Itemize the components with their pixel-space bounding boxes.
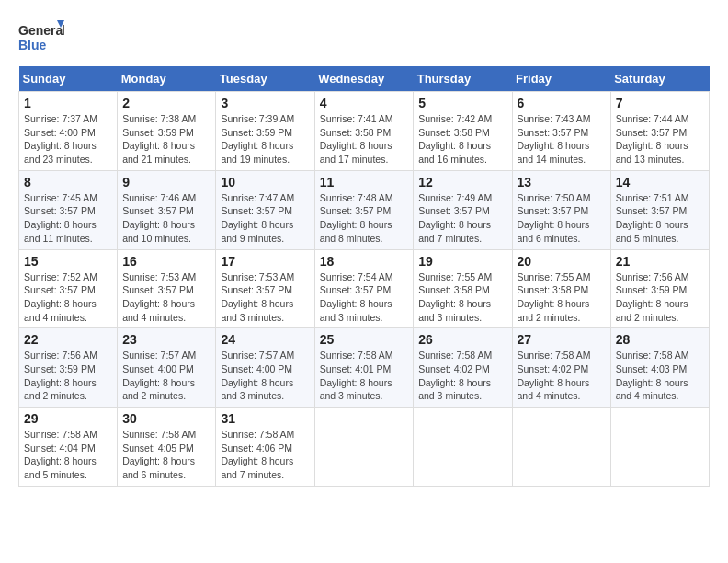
calendar-cell: 24Sunrise: 7:57 AMSunset: 4:00 PMDayligh… [216, 328, 314, 408]
day-info: Sunrise: 7:44 AMSunset: 3:57 PMDaylight:… [616, 112, 704, 167]
day-info: Sunrise: 7:47 AMSunset: 3:57 PMDaylight:… [221, 191, 309, 246]
day-info: Sunrise: 7:50 AMSunset: 3:57 PMDaylight:… [518, 191, 606, 246]
calendar-cell: 3Sunrise: 7:39 AMSunset: 3:59 PMDaylight… [216, 92, 314, 171]
day-info: Sunrise: 7:39 AMSunset: 3:59 PMDaylight:… [221, 112, 309, 167]
day-number: 26 [418, 332, 506, 347]
day-number: 1 [24, 96, 112, 110]
day-number: 31 [221, 411, 309, 426]
day-number: 10 [221, 175, 309, 190]
calendar-header-row: SundayMondayTuesdayWednesdayThursdayFrid… [19, 66, 710, 92]
calendar-cell [610, 408, 709, 487]
calendar-week-4: 22Sunrise: 7:56 AMSunset: 3:59 PMDayligh… [19, 328, 710, 408]
day-number: 7 [616, 96, 704, 110]
weekday-header-tuesday: Tuesday [216, 66, 314, 92]
day-info: Sunrise: 7:51 AMSunset: 3:57 PMDaylight:… [616, 191, 704, 246]
calendar-week-1: 1Sunrise: 7:37 AMSunset: 4:00 PMDaylight… [19, 92, 710, 171]
day-number: 12 [418, 175, 506, 190]
calendar-cell: 14Sunrise: 7:51 AMSunset: 3:57 PMDayligh… [610, 170, 709, 249]
day-info: Sunrise: 7:52 AMSunset: 3:57 PMDaylight:… [24, 270, 112, 325]
day-number: 24 [221, 332, 309, 347]
day-info: Sunrise: 7:58 AMSunset: 4:02 PMDaylight:… [418, 349, 506, 403]
day-info: Sunrise: 7:55 AMSunset: 3:58 PMDaylight:… [518, 270, 606, 325]
day-number: 3 [221, 96, 309, 110]
calendar-cell: 19Sunrise: 7:55 AMSunset: 3:58 PMDayligh… [414, 249, 512, 328]
calendar-cell: 1Sunrise: 7:37 AMSunset: 4:00 PMDaylight… [19, 92, 118, 171]
weekday-header-thursday: Thursday [414, 66, 512, 92]
day-number: 29 [24, 411, 112, 426]
day-info: Sunrise: 7:58 AMSunset: 4:01 PMDaylight:… [320, 349, 409, 403]
day-info: Sunrise: 7:53 AMSunset: 3:57 PMDaylight:… [221, 270, 309, 325]
calendar-cell: 10Sunrise: 7:47 AMSunset: 3:57 PMDayligh… [216, 170, 314, 249]
day-info: Sunrise: 7:57 AMSunset: 4:00 PMDaylight:… [221, 349, 309, 403]
calendar-cell: 15Sunrise: 7:52 AMSunset: 3:57 PMDayligh… [19, 249, 118, 328]
calendar-cell [414, 408, 512, 487]
calendar-cell: 17Sunrise: 7:53 AMSunset: 3:57 PMDayligh… [216, 249, 314, 328]
calendar-cell: 18Sunrise: 7:54 AMSunset: 3:57 PMDayligh… [314, 249, 414, 328]
calendar-cell: 30Sunrise: 7:58 AMSunset: 4:05 PMDayligh… [118, 408, 216, 487]
svg-text:Blue: Blue [18, 38, 47, 52]
weekday-header-monday: Monday [118, 66, 216, 92]
day-number: 17 [221, 254, 309, 269]
calendar-cell: 27Sunrise: 7:58 AMSunset: 4:02 PMDayligh… [512, 328, 610, 408]
day-info: Sunrise: 7:46 AMSunset: 3:57 PMDaylight:… [122, 191, 210, 246]
calendar-cell: 23Sunrise: 7:57 AMSunset: 4:00 PMDayligh… [118, 328, 216, 408]
day-number: 8 [24, 175, 112, 190]
calendar-cell: 16Sunrise: 7:53 AMSunset: 3:57 PMDayligh… [118, 249, 216, 328]
calendar-cell: 5Sunrise: 7:42 AMSunset: 3:58 PMDaylight… [414, 92, 512, 171]
weekday-header-sunday: Sunday [19, 66, 118, 92]
calendar-cell: 28Sunrise: 7:58 AMSunset: 4:03 PMDayligh… [610, 328, 709, 408]
day-number: 22 [24, 332, 112, 347]
day-number: 19 [418, 254, 506, 269]
day-number: 11 [320, 175, 409, 190]
day-number: 13 [518, 175, 606, 190]
calendar-cell: 21Sunrise: 7:56 AMSunset: 3:59 PMDayligh… [610, 249, 709, 328]
calendar-cell: 31Sunrise: 7:58 AMSunset: 4:06 PMDayligh… [216, 408, 314, 487]
day-number: 25 [320, 332, 409, 347]
day-info: Sunrise: 7:56 AMSunset: 3:59 PMDaylight:… [24, 349, 112, 403]
day-info: Sunrise: 7:56 AMSunset: 3:59 PMDaylight:… [616, 270, 704, 325]
day-info: Sunrise: 7:55 AMSunset: 3:58 PMDaylight:… [418, 270, 506, 325]
calendar-cell: 7Sunrise: 7:44 AMSunset: 3:57 PMDaylight… [610, 92, 709, 171]
day-number: 23 [122, 332, 210, 347]
day-number: 20 [518, 254, 606, 269]
day-number: 6 [518, 96, 606, 110]
day-number: 27 [518, 332, 606, 347]
day-number: 30 [122, 411, 210, 426]
calendar-cell: 11Sunrise: 7:48 AMSunset: 3:57 PMDayligh… [314, 170, 414, 249]
day-info: Sunrise: 7:49 AMSunset: 3:57 PMDaylight:… [418, 191, 506, 246]
calendar-cell: 13Sunrise: 7:50 AMSunset: 3:57 PMDayligh… [512, 170, 610, 249]
calendar-cell [314, 408, 414, 487]
calendar-week-5: 29Sunrise: 7:58 AMSunset: 4:04 PMDayligh… [19, 408, 710, 487]
day-number: 16 [122, 254, 210, 269]
day-number: 14 [616, 175, 704, 190]
logo: General Blue [18, 18, 64, 57]
calendar-cell: 9Sunrise: 7:46 AMSunset: 3:57 PMDaylight… [118, 170, 216, 249]
calendar-cell: 4Sunrise: 7:41 AMSunset: 3:58 PMDaylight… [314, 92, 414, 171]
day-info: Sunrise: 7:42 AMSunset: 3:58 PMDaylight:… [418, 112, 506, 167]
day-info: Sunrise: 7:58 AMSunset: 4:05 PMDaylight:… [122, 428, 210, 482]
calendar-cell: 12Sunrise: 7:49 AMSunset: 3:57 PMDayligh… [414, 170, 512, 249]
svg-text:General: General [18, 23, 64, 38]
calendar-week-2: 8Sunrise: 7:45 AMSunset: 3:57 PMDaylight… [19, 170, 710, 249]
calendar-cell: 22Sunrise: 7:56 AMSunset: 3:59 PMDayligh… [19, 328, 118, 408]
day-info: Sunrise: 7:58 AMSunset: 4:06 PMDaylight:… [221, 428, 309, 482]
weekday-header-wednesday: Wednesday [314, 66, 414, 92]
day-info: Sunrise: 7:38 AMSunset: 3:59 PMDaylight:… [122, 112, 210, 167]
day-info: Sunrise: 7:53 AMSunset: 3:57 PMDaylight:… [122, 270, 210, 325]
page-header: General Blue [18, 18, 710, 57]
day-info: Sunrise: 7:37 AMSunset: 4:00 PMDaylight:… [24, 112, 112, 167]
day-info: Sunrise: 7:58 AMSunset: 4:04 PMDaylight:… [24, 428, 112, 482]
calendar-cell: 26Sunrise: 7:58 AMSunset: 4:02 PMDayligh… [414, 328, 512, 408]
day-info: Sunrise: 7:48 AMSunset: 3:57 PMDaylight:… [320, 191, 409, 246]
calendar-cell [512, 408, 610, 487]
calendar-cell: 8Sunrise: 7:45 AMSunset: 3:57 PMDaylight… [19, 170, 118, 249]
day-number: 2 [122, 96, 210, 110]
logo-svg: General Blue [18, 18, 64, 57]
weekday-header-saturday: Saturday [610, 66, 709, 92]
day-info: Sunrise: 7:45 AMSunset: 3:57 PMDaylight:… [24, 191, 112, 246]
day-info: Sunrise: 7:58 AMSunset: 4:03 PMDaylight:… [616, 349, 704, 403]
day-info: Sunrise: 7:41 AMSunset: 3:58 PMDaylight:… [320, 112, 409, 167]
day-number: 15 [24, 254, 112, 269]
day-info: Sunrise: 7:58 AMSunset: 4:02 PMDaylight:… [518, 349, 606, 403]
calendar-cell: 25Sunrise: 7:58 AMSunset: 4:01 PMDayligh… [314, 328, 414, 408]
